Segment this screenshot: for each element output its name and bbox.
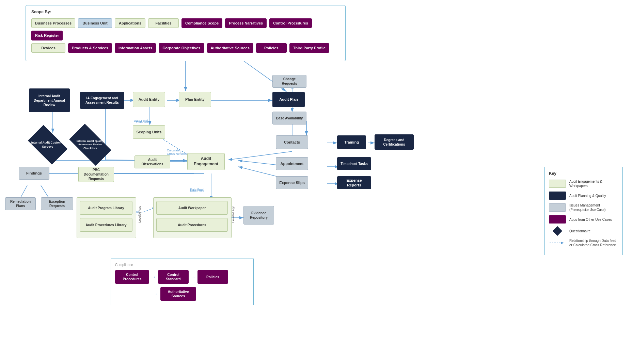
key-dashed-arrow-svg <box>549 240 566 246</box>
key-label-gray: Issues Management (Prerequisite Use Case… <box>569 203 618 212</box>
expense-slips-node[interactable]: Expense Slips <box>276 176 308 189</box>
diamond-quality-assurance-container: Internal Audit Quality Assurance Review … <box>68 132 112 158</box>
key-diamond-shape <box>553 226 562 236</box>
key-title: Key <box>549 171 618 176</box>
key-label-purple: Apps from Other Use Cases <box>569 217 612 222</box>
scoping-units-node[interactable]: Scoping Units <box>133 125 165 139</box>
scope-box: Scope By: Business Processes Business Un… <box>26 5 346 61</box>
key-dashed-wrap <box>549 239 566 247</box>
compliance-title: Compliance <box>115 263 249 267</box>
audit-program-library-node[interactable]: Audit Program Library <box>80 201 132 215</box>
scope-risk-register[interactable]: Risk Register <box>31 31 63 40</box>
key-swatch-purple <box>549 215 566 224</box>
evidence-repository-node[interactable]: Evidence Repository <box>243 206 274 225</box>
scope-business-unit[interactable]: Business Unit <box>78 18 112 28</box>
key-label-navy: Audit Planning & Quality <box>569 194 606 198</box>
compliance-control-standard-node[interactable]: Control Standard <box>158 270 189 284</box>
training-node[interactable]: Training <box>337 135 366 149</box>
key-item-navy: Audit Planning & Quality <box>549 192 618 200</box>
diagram-container: Data Feed Calculated Cross Reference <box>0 0 633 364</box>
base-availability-node[interactable]: Base Availability <box>272 112 306 125</box>
internal-audit-dept-node[interactable]: Internal Audit Department Annual Review <box>29 88 70 112</box>
key-label-green: Audit Engagements & Workpapers <box>569 179 618 188</box>
scope-authoritative-sources[interactable]: Authoritative Sources <box>207 43 253 53</box>
scope-row-2: Devices Products & Services Information … <box>31 43 340 53</box>
ia-engagement-node[interactable]: IA Engagement and Assessment Results <box>80 92 124 109</box>
scope-products-services[interactable]: Products & Services <box>68 43 112 53</box>
key-diamond-wrap <box>549 227 566 235</box>
contacts-node[interactable]: Contacts <box>276 135 308 149</box>
scope-title: Scope By: <box>31 10 340 14</box>
audit-engagement-node[interactable]: Audit Engagement <box>187 153 225 170</box>
scope-corporate-objectives[interactable]: Corporate Objectives <box>159 43 204 53</box>
workpaper-group-box: Audit Workpaper Audit Procedures <box>153 197 232 238</box>
leveled-app-label-1: Leveled App <box>138 206 141 223</box>
diamond-customer-surveys-container: Internal Audit Customer Surveys <box>27 132 68 158</box>
scope-compliance-scope[interactable]: Compliance Scope <box>181 18 222 28</box>
timesheet-tasks-node[interactable]: Timesheet Tasks <box>337 157 371 170</box>
scope-third-party-profile[interactable]: Third Party Profile <box>289 43 329 53</box>
key-swatch-green <box>549 180 566 188</box>
library-group-box: Audit Program Library Audit Procedures L… <box>77 197 136 238</box>
key-swatch-gray <box>549 203 566 212</box>
exception-requests-node[interactable]: Exception Requests <box>41 197 73 210</box>
remediation-plans-node[interactable]: Remediation Plans <box>5 197 36 210</box>
scope-information-assets[interactable]: Information Assets <box>115 43 156 53</box>
expense-reports-node[interactable]: Expense Reports <box>337 176 371 189</box>
degrees-certifications-node[interactable]: Degrees and Certifications <box>375 134 414 150</box>
audit-observations-node[interactable]: Audit Observations <box>134 155 170 168</box>
appointment-node[interactable]: Appointment <box>276 157 308 170</box>
scope-control-procedures[interactable]: Control Procedures <box>269 18 312 28</box>
key-item-green: Audit Engagements & Workpapers <box>549 179 618 188</box>
findings-node[interactable]: Findings <box>19 167 49 180</box>
scope-process-narratives[interactable]: Process Narratives <box>225 18 267 28</box>
scope-business-processes[interactable]: Business Processes <box>31 18 75 28</box>
change-requests-node[interactable]: Change Requests <box>272 75 306 88</box>
scope-applications[interactable]: Applications <box>115 18 145 28</box>
diamond-customer-surveys-text: Internal Audit Customer Surveys <box>31 141 65 148</box>
compliance-authoritative-sources-node[interactable]: Authoritative Sources <box>160 287 196 301</box>
scope-facilities[interactable]: Facilities <box>148 18 179 28</box>
diamond-quality-assurance-text: Internal Audit Quality Assurance Review … <box>73 139 107 150</box>
key-item-dashed: Relationship through Data feed or Calcul… <box>549 238 618 247</box>
compliance-box: Compliance Control Procedures → Control … <box>111 259 254 305</box>
svg-text:Calculated: Calculated <box>167 149 181 152</box>
audit-procedures-node[interactable]: Audit Procedures <box>156 218 228 232</box>
audit-procedures-library-node[interactable]: Audit Procedures Library <box>80 218 132 232</box>
key-swatch-navy <box>549 192 566 200</box>
compliance-control-procedures-node[interactable]: Control Procedures <box>115 270 149 284</box>
pbc-documentation-node[interactable]: PBC Documentation Requests <box>78 167 114 182</box>
scope-devices[interactable]: Devices <box>31 43 65 53</box>
audit-workpaper-node[interactable]: Audit Workpaper <box>156 201 228 215</box>
data-feed-label-2: Data Feed <box>190 189 204 192</box>
key-box: Key Audit Engagements & Workpapers Audit… <box>544 167 623 255</box>
audit-entity-node[interactable]: Audit Entity <box>133 92 165 107</box>
key-item-purple: Apps from Other Use Cases <box>549 215 618 224</box>
scope-row-1: Business Processes Business Unit Applica… <box>31 18 340 40</box>
leveled-app-label-2: Leveled App <box>232 206 235 223</box>
plan-entity-node[interactable]: Plan Entity <box>179 92 211 107</box>
key-item-diamond: Questionnaire <box>549 227 618 235</box>
key-label-dashed: Relationship through Data feed or Calcul… <box>569 238 618 247</box>
data-feed-label-1: Data Feed <box>134 119 148 122</box>
compliance-policies-node[interactable]: Policies <box>197 270 228 284</box>
audit-plan-node[interactable]: Audit Plan <box>272 92 305 107</box>
svg-text:Cross Reference: Cross Reference <box>167 152 190 155</box>
key-item-gray: Issues Management (Prerequisite Use Case… <box>549 203 618 212</box>
key-label-diamond: Questionnaire <box>569 229 590 233</box>
scope-policies[interactable]: Policies <box>256 43 287 53</box>
